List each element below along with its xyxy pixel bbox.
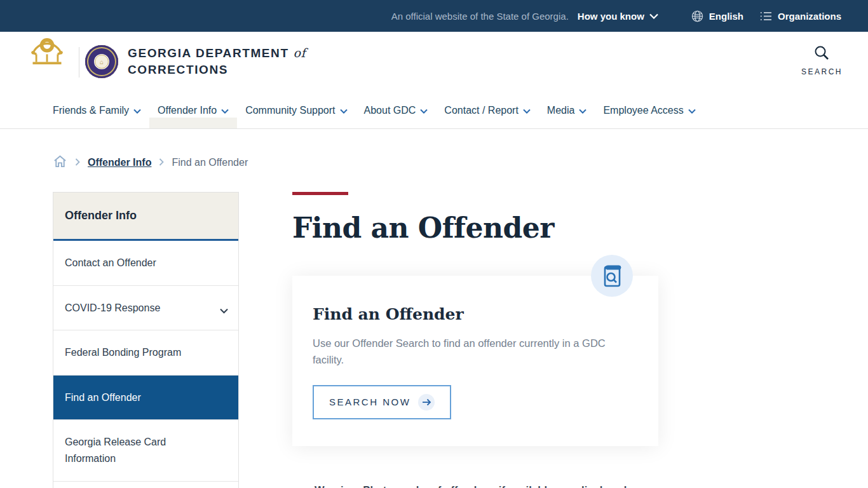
nav-item-contact-report[interactable]: Contact / Report: [436, 92, 539, 128]
sidebar-item-find-an-offender[interactable]: Find an Offender: [53, 376, 238, 421]
nav-label: Offender Info: [158, 105, 217, 116]
sidebar-item-label: COVID-19 Response: [65, 302, 160, 313]
page-title: Find an Offender: [292, 212, 712, 244]
chevron-down-icon: [221, 105, 229, 116]
arrow-right-icon: [418, 394, 435, 410]
sidebar-item-georgia-release-card[interactable]: Georgia Release Card Information: [53, 420, 238, 481]
language-label: English: [709, 11, 743, 22]
nav-label: Friends & Family: [53, 105, 129, 116]
chevron-down-icon: [688, 105, 696, 116]
brand-line1: GEORGIA DEPARTMENT: [128, 46, 289, 60]
nav-item-employee-access[interactable]: Employee Access: [595, 92, 703, 128]
sidebar-item-contact-an-offender[interactable]: Contact an Offender: [53, 241, 238, 286]
official-website-text: An official website of the State of Geor…: [391, 11, 569, 22]
sidebar-offender-info: Offender Info Contact an Offender COVID-…: [53, 192, 239, 488]
breadcrumb-link-offender-info[interactable]: Offender Info: [88, 157, 151, 168]
chevron-down-icon: [523, 105, 531, 116]
header-search-button[interactable]: SEARCH: [801, 44, 843, 76]
sidebar-item-label: Find an Offender: [65, 392, 141, 403]
find-offender-card: Find an Offender Use our Offender Search…: [292, 276, 658, 446]
nav-label: About GDC: [364, 105, 416, 116]
breadcrumb-current: Find an Offender: [172, 157, 248, 168]
gdc-department-seal: ⌂: [85, 45, 118, 78]
organizations-button[interactable]: Organizations: [760, 11, 841, 22]
title-accent-bar: [292, 192, 348, 195]
sidebar-item-incarcerated-veterans[interactable]: Incarcerated Veterans: [53, 482, 238, 488]
nav-label: Employee Access: [603, 105, 683, 116]
nav-item-offender-info[interactable]: Offender Info: [149, 92, 237, 128]
search-icon: [813, 52, 830, 63]
main-navigation: Friends & Family Offender Info Community…: [0, 92, 868, 129]
card-body-text: Use our Offender Search to find an offen…: [313, 335, 619, 369]
warning-text: Warning: Photographs of offenders, if av…: [315, 484, 627, 488]
sidebar-item-label: Federal Bonding Program: [65, 347, 181, 358]
nav-label: Contact / Report: [444, 105, 519, 116]
brand-of: of: [294, 46, 306, 60]
warning-list-item: Warning: Photographs of offenders, if av…: [292, 484, 712, 488]
globe-icon: [691, 10, 703, 22]
chevron-down-icon[interactable]: [220, 302, 228, 319]
breadcrumb-separator-icon: [75, 157, 80, 168]
nav-item-media[interactable]: Media: [539, 92, 595, 128]
home-icon[interactable]: [53, 154, 67, 171]
breadcrumb-separator-icon: [159, 157, 164, 168]
sidebar-item-federal-bonding-program[interactable]: Federal Bonding Program: [53, 330, 238, 376]
how-you-know-button[interactable]: How you know: [578, 11, 658, 22]
search-now-button[interactable]: SEARCH NOW: [313, 385, 451, 419]
nav-item-community-support[interactable]: Community Support: [237, 92, 355, 128]
sidebar-title: Offender Info: [53, 193, 238, 241]
document-search-icon: [591, 255, 633, 297]
language-selector[interactable]: English: [691, 10, 743, 22]
chevron-down-icon: [420, 105, 428, 116]
government-topbar: An official website of the State of Geor…: [0, 0, 868, 32]
site-brand[interactable]: GEORGIA DEPARTMENT of CORRECTIONS: [128, 46, 306, 77]
sidebar-item-label: Georgia Release Card Information: [65, 437, 166, 464]
chevron-down-icon: [649, 13, 658, 19]
sidebar-item-covid-19-response[interactable]: COVID-19 Response: [53, 286, 238, 331]
nav-label: Community Support: [245, 105, 335, 116]
search-now-label: SEARCH NOW: [329, 396, 410, 407]
chevron-down-icon: [133, 105, 141, 116]
main-content: Find an Offender Find an Offender Use ou…: [292, 192, 712, 488]
list-icon: [760, 11, 772, 21]
header-divider: [79, 47, 79, 78]
sidebar-item-label: Contact an Offender: [65, 257, 156, 268]
nav-item-friends-family[interactable]: Friends & Family: [44, 92, 149, 128]
chevron-down-icon: [579, 105, 587, 116]
chevron-down-icon: [340, 105, 348, 116]
search-label: SEARCH: [801, 67, 843, 76]
brand-line2: CORRECTIONS: [128, 63, 306, 77]
nav-label: Media: [547, 105, 575, 116]
organizations-label: Organizations: [778, 11, 841, 22]
nav-item-about-gdc[interactable]: About GDC: [356, 92, 437, 128]
site-header: ⌂ GEORGIA DEPARTMENT of CORRECTIONS SEAR…: [0, 32, 868, 92]
how-you-know-label: How you know: [578, 11, 644, 22]
card-heading: Find an Offender: [313, 305, 638, 323]
breadcrumb: Offender Info Find an Offender: [53, 154, 248, 171]
seal-center: ⌂: [95, 55, 109, 69]
